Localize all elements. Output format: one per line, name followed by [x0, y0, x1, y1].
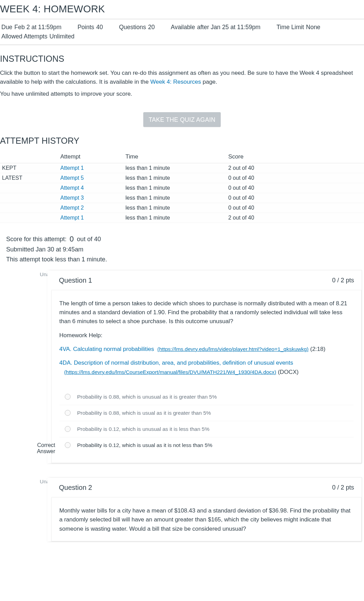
due-value: Feb 2 at 11:59pm	[14, 24, 61, 31]
instructions-paragraph-1: Click the button to start the homework s…	[0, 69, 364, 86]
question-card-2: Question 2 0 / 2 pts Monthly water bills…	[47, 477, 362, 542]
quiz-meta-bar: DueFeb 2 at 11:59pm Points40 Questions20…	[0, 19, 364, 45]
submitted-time: Submitted Jan 30 at 9:45am	[6, 245, 364, 255]
help-link-video[interactable]: 4VA. Calculating normal probabilities	[59, 346, 154, 352]
page-title: WEEK 4: HOMEWORK	[0, 3, 364, 15]
question-text: The length of time a person takes to dec…	[52, 290, 361, 384]
answer-option: Probability is 0.88, which is usual as i…	[59, 405, 354, 421]
answer-list: Probability is 0.88, which is unusual as…	[52, 384, 361, 463]
week4-resources-link[interactable]: Week 4: Resources	[150, 79, 201, 85]
question-heading: Question 1	[59, 276, 92, 284]
radio-icon	[65, 394, 71, 400]
questions-label: Questions	[119, 24, 146, 31]
table-row: LATEST Attempt 5 less than 1 minute 0 ou…	[0, 173, 364, 183]
radio-icon	[65, 426, 71, 432]
timelimit-value: None	[306, 24, 320, 31]
col-score: Score	[226, 151, 364, 163]
questions-value: 20	[148, 24, 155, 31]
score-summary: Score for this attempt: 0 out of 40 Subm…	[6, 233, 364, 264]
help-link-doc-url[interactable]: (https://lms.devry.edu/lms/CourseExport/…	[64, 369, 276, 375]
attempt-duration: This attempt took less than 1 minute.	[6, 255, 364, 264]
instructions-heading: INSTRUCTIONS	[0, 54, 364, 64]
attempts-label: Allowed Attempts	[1, 33, 47, 40]
question-points: 0 / 2 pts	[332, 277, 354, 284]
help-link-doc[interactable]: 4DA. Description of normal distribution,…	[59, 360, 293, 366]
attempt-link[interactable]: Attempt 2	[60, 205, 84, 211]
correct-answer-label: Correct Answer	[21, 442, 55, 455]
attempt-history-heading: ATTEMPT HISTORY	[0, 136, 364, 146]
attempt-score: 0	[70, 235, 74, 243]
timelimit-label: Time Limit	[277, 24, 304, 31]
answer-option: Probability is 0.88, which is unusual as…	[59, 389, 354, 405]
question-text: Monthly water bills for a city have a me…	[52, 497, 361, 541]
attempts-value: Unlimited	[49, 33, 74, 40]
due-label: Due	[1, 24, 12, 31]
question-card-1: Question 1 0 / 2 pts The length of time …	[47, 270, 362, 463]
points-value: 40	[96, 24, 103, 31]
question-points: 0 / 2 pts	[332, 484, 354, 491]
instructions-paragraph-2: You have unlimited attempts to improve y…	[0, 90, 364, 98]
attempt-history-table: Attempt Time Score KEPT Attempt 1 less t…	[0, 151, 364, 223]
table-row: Attempt 2 less than 1 minute 0 out of 40	[0, 203, 364, 213]
attempt-link[interactable]: Attempt 4	[60, 185, 84, 191]
attempt-link[interactable]: Attempt 1	[60, 165, 84, 171]
radio-icon	[65, 410, 71, 416]
points-label: Points	[77, 24, 94, 31]
attempt-link[interactable]: Attempt 5	[60, 175, 84, 181]
radio-icon	[65, 442, 71, 448]
table-row: KEPT Attempt 1 less than 1 minute 2 out …	[0, 163, 364, 173]
table-row: Attempt 3 less than 1 minute 0 out of 40	[0, 193, 364, 203]
col-attempt: Attempt	[58, 151, 123, 163]
take-quiz-again-button[interactable]: TAKE THE QUIZ AGAIN	[143, 112, 221, 127]
answer-option-correct: Correct Answer Probability is 0.12, whic…	[59, 437, 354, 453]
help-link-video-url[interactable]: (https://lms.devry.edu/lms/video/player.…	[157, 346, 308, 352]
attempt-link[interactable]: Attempt 1	[60, 215, 84, 221]
table-row: Attempt 4 less than 1 minute 0 out of 40	[0, 183, 364, 193]
available-value: after Jan 25 at 11:59pm	[197, 24, 260, 31]
table-row: Attempt 1 less than 1 minute 2 out of 40	[0, 213, 364, 223]
question-heading: Question 2	[59, 484, 92, 492]
available-label: Available	[171, 24, 195, 31]
answer-option: Probability is 0.12, which is unusual as…	[59, 421, 354, 437]
attempt-link[interactable]: Attempt 3	[60, 195, 84, 201]
col-time: Time	[123, 151, 226, 163]
